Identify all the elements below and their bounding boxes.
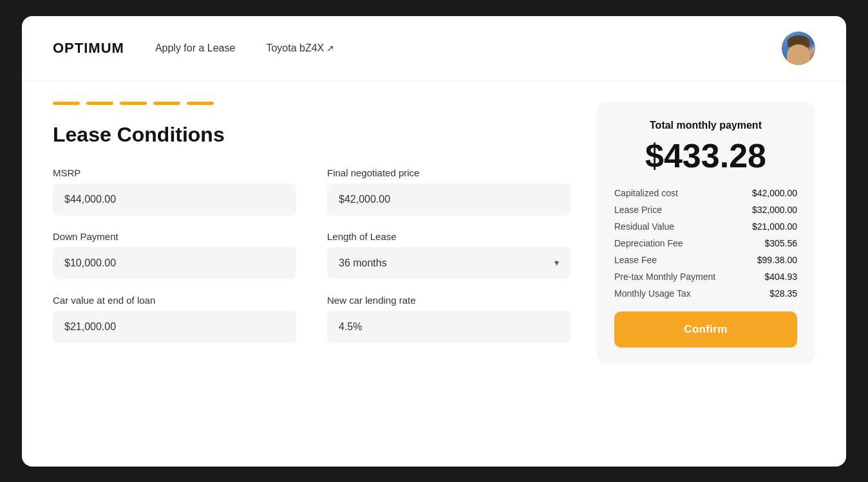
final-price-input[interactable] — [327, 183, 571, 216]
down-payment-input[interactable] — [53, 247, 296, 279]
breakdown-value-capitalized: $42,000.00 — [752, 188, 797, 198]
breakdown-label-usage-tax: Monthly Usage Tax — [614, 288, 691, 299]
final-price-label: Final negotiated price — [327, 167, 571, 178]
final-price-group: Final negotiated price — [327, 167, 571, 216]
breakdown-value-depreciation: $305.56 — [764, 238, 797, 248]
breakdown-value-lease-fee: $99.38.00 — [757, 255, 797, 265]
progress-dash-4 — [153, 102, 180, 105]
breakdown-label-lease-fee: Lease Fee — [614, 255, 657, 265]
breakdown-lease-price: Lease Price $32,000.00 — [614, 205, 797, 215]
lease-length-group: Length of Lease 24 months 36 months 48 m… — [327, 231, 571, 279]
breakdown-usage-tax: Monthly Usage Tax $28.35 — [614, 288, 797, 299]
breakdown-label-lease-price: Lease Price — [614, 205, 662, 215]
progress-dash-1 — [53, 102, 80, 105]
lease-length-label: Length of Lease — [327, 231, 571, 242]
breakdown-label-capitalized: Capitalized cost — [614, 188, 678, 198]
app-card: OPTIMUM Apply for a Lease Toyota bZ4X ↗ — [22, 16, 846, 467]
nav-apply-link[interactable]: Apply for a Lease — [155, 42, 236, 54]
breakdown-lease-fee: Lease Fee $99.38.00 — [614, 255, 797, 265]
down-payment-label: Down Payment — [53, 231, 296, 242]
down-payment-group: Down Payment — [53, 231, 296, 279]
car-value-label: Car value at end of loan — [53, 295, 296, 306]
lending-rate-input[interactable] — [327, 311, 571, 343]
car-value-group: Car value at end of loan — [53, 295, 296, 343]
breakdown-residual-value: Residual Value $21,000.00 — [614, 221, 797, 232]
breakdown-value-pretax: $404.93 — [764, 272, 797, 282]
section-title: Lease Conditions — [53, 123, 571, 147]
avatar[interactable] — [782, 32, 815, 65]
header: OPTIMUM Apply for a Lease Toyota bZ4X ↗ — [22, 16, 846, 81]
form-grid: MSRP Final negotiated price Down Payment… — [53, 167, 571, 343]
summary-panel: Total monthly payment $433.28 Capitalize… — [596, 102, 815, 363]
breakdown-depreciation-fee: Depreciation Fee $305.56 — [614, 238, 797, 248]
progress-dash-2 — [86, 102, 113, 105]
msrp-label: MSRP — [53, 167, 296, 178]
external-link-icon: ↗ — [326, 43, 334, 53]
main-content: Lease Conditions MSRP Final negotiated p… — [22, 81, 846, 384]
breakdown-label-pretax: Pre-tax Monthly Payment — [614, 272, 715, 282]
breakdown-label-residual: Residual Value — [614, 221, 674, 232]
lease-length-select[interactable]: 24 months 36 months 48 months 60 months — [327, 247, 571, 279]
logo: OPTIMUM — [53, 40, 124, 57]
avatar-image — [782, 32, 815, 65]
progress-dash-3 — [120, 102, 147, 105]
msrp-input[interactable] — [53, 183, 296, 216]
confirm-button[interactable]: Confirm — [614, 311, 797, 348]
breakdown-value-residual: $21,000.00 — [752, 221, 797, 232]
lending-rate-group: New car lending rate — [327, 295, 571, 343]
panel-amount: $433.28 — [614, 136, 797, 175]
lending-rate-label: New car lending rate — [327, 295, 571, 306]
breakdown-capitalized-cost: Capitalized cost $42,000.00 — [614, 188, 797, 198]
nav-car-text: Toyota bZ4X — [266, 42, 324, 54]
progress-indicator — [53, 102, 571, 105]
breakdown-value-lease-price: $32,000.00 — [752, 205, 797, 215]
breakdown-value-usage-tax: $28.35 — [769, 288, 797, 299]
panel-title: Total monthly payment — [614, 120, 797, 131]
nav-car-link[interactable]: Toyota bZ4X ↗ — [266, 42, 334, 54]
lease-length-select-wrapper: 24 months 36 months 48 months 60 months … — [327, 247, 571, 279]
progress-dash-5 — [187, 102, 214, 105]
msrp-group: MSRP — [53, 167, 296, 216]
left-section: Lease Conditions MSRP Final negotiated p… — [53, 102, 571, 363]
breakdown-pretax-payment: Pre-tax Monthly Payment $404.93 — [614, 272, 797, 282]
avatar-face — [787, 44, 810, 65]
car-value-input[interactable] — [53, 311, 296, 343]
breakdown-label-depreciation: Depreciation Fee — [614, 238, 683, 248]
breakdown-list: Capitalized cost $42,000.00 Lease Price … — [614, 188, 797, 299]
